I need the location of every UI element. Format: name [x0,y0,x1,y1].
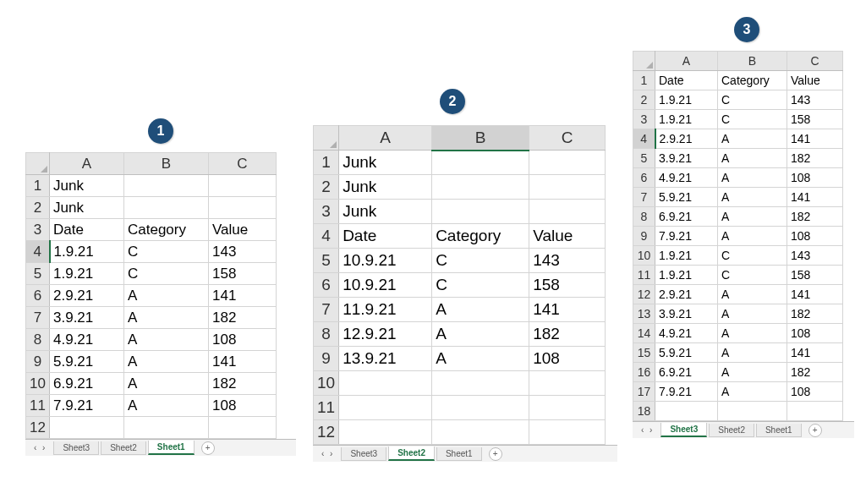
value-cell[interactable]: 182 [787,304,843,324]
tab-sheet2[interactable]: Sheet2 [101,441,146,455]
row-header[interactable]: 18 [633,402,655,421]
value-cell[interactable]: 108 [787,324,843,343]
row-header[interactable]: 3 [26,219,50,241]
row-header[interactable]: 4 [314,224,339,249]
row-header[interactable]: 5 [314,249,339,273]
date-cell[interactable]: 4.9.21 [50,329,124,351]
date-cell[interactable]: 10.9.21 [339,273,432,298]
category-cell[interactable]: A [124,329,209,351]
junk-cell[interactable]: Junk [50,175,124,197]
date-cell[interactable]: 3.9.21 [50,307,124,329]
header-value[interactable]: Value [529,224,606,249]
tab-sheet2[interactable]: Sheet2 [709,424,754,437]
row-header[interactable]: 3 [633,110,655,129]
cell[interactable] [529,396,606,420]
column-header-B[interactable]: B [718,52,787,71]
spreadsheet-grid[interactable]: ABC1Junk2Junk3DateCategoryValue41.9.21C1… [25,152,277,439]
value-cell[interactable]: 141 [787,129,843,149]
date-cell[interactable]: 10.9.21 [339,249,432,273]
category-cell[interactable]: A [124,307,209,329]
date-cell[interactable]: 6.9.21 [50,373,124,395]
column-header-C[interactable]: C [529,126,606,151]
row-header[interactable]: 6 [314,273,339,298]
category-cell[interactable]: A [718,207,787,227]
cell[interactable] [339,371,432,396]
category-cell[interactable]: A [718,227,787,246]
category-cell[interactable]: A [718,129,787,149]
row-header[interactable]: 10 [633,246,655,266]
junk-cell[interactable]: Junk [50,197,124,219]
date-cell[interactable]: 2.9.21 [655,285,718,304]
value-cell[interactable]: 158 [787,110,843,129]
date-cell[interactable]: 7.9.21 [50,395,124,417]
date-cell[interactable]: 12.9.21 [339,322,432,347]
row-header[interactable]: 7 [314,298,339,322]
cell[interactable] [432,396,529,420]
date-cell[interactable]: 4.9.21 [655,324,718,343]
row-header[interactable]: 11 [633,266,655,285]
category-cell[interactable]: A [718,363,787,382]
value-cell[interactable]: 143 [787,246,843,266]
row-header[interactable]: 2 [633,90,655,110]
cell[interactable] [718,402,787,421]
cell[interactable] [209,197,277,219]
category-cell[interactable]: A [432,347,529,371]
row-header[interactable]: 15 [633,343,655,363]
date-cell[interactable]: 3.9.21 [655,149,718,168]
header-value[interactable]: Value [787,71,843,90]
category-cell[interactable]: A [718,304,787,324]
junk-cell[interactable]: Junk [339,175,432,200]
date-cell[interactable]: 1.9.21 [50,241,124,263]
tab-sheet1[interactable]: Sheet1 [148,441,195,455]
row-header[interactable]: 7 [633,188,655,207]
row-header[interactable]: 12 [314,420,339,445]
cell[interactable] [339,420,432,445]
row-header[interactable]: 9 [633,227,655,246]
row-header[interactable]: 6 [26,285,50,307]
value-cell[interactable]: 158 [209,263,277,285]
value-cell[interactable]: 143 [529,249,606,273]
cell[interactable] [124,175,209,197]
cell[interactable] [529,200,606,224]
category-cell[interactable]: C [718,266,787,285]
cell[interactable] [432,371,529,396]
select-all-corner[interactable] [314,126,339,151]
category-cell[interactable]: A [718,188,787,207]
tab-nav[interactable]: ‹ › [636,425,659,435]
date-cell[interactable]: 2.9.21 [50,285,124,307]
value-cell[interactable]: 158 [787,266,843,285]
column-header-A[interactable]: A [339,126,432,151]
row-header[interactable]: 12 [633,285,655,304]
value-cell[interactable]: 182 [787,149,843,168]
column-header-C[interactable]: C [787,52,843,71]
tab-nav[interactable]: ‹ › [316,449,339,458]
add-sheet-button[interactable]: + [201,441,215,455]
row-header[interactable]: 14 [633,324,655,343]
column-header-A[interactable]: A [655,52,718,71]
cell[interactable] [124,417,209,439]
row-header[interactable]: 1 [633,71,655,90]
row-header[interactable]: 4 [26,241,50,263]
value-cell[interactable]: 108 [209,395,277,417]
category-cell[interactable]: A [124,351,209,373]
row-header[interactable]: 8 [314,322,339,347]
category-cell[interactable]: A [718,343,787,363]
select-all-corner[interactable] [26,153,50,175]
value-cell[interactable]: 141 [787,188,843,207]
value-cell[interactable]: 141 [209,285,277,307]
column-header-C[interactable]: C [209,153,277,175]
tab-sheet1[interactable]: Sheet1 [756,424,802,437]
value-cell[interactable]: 108 [529,347,606,371]
value-cell[interactable]: 158 [529,273,606,298]
value-cell[interactable]: 182 [209,307,277,329]
category-cell[interactable]: C [718,110,787,129]
row-header[interactable]: 8 [26,329,50,351]
category-cell[interactable]: A [124,395,209,417]
cell[interactable] [432,175,529,200]
row-header[interactable]: 6 [633,168,655,188]
category-cell[interactable]: A [718,285,787,304]
value-cell[interactable]: 182 [209,373,277,395]
category-cell[interactable]: A [718,324,787,343]
category-cell[interactable]: C [718,90,787,110]
tab-sheet3[interactable]: Sheet3 [341,447,386,461]
